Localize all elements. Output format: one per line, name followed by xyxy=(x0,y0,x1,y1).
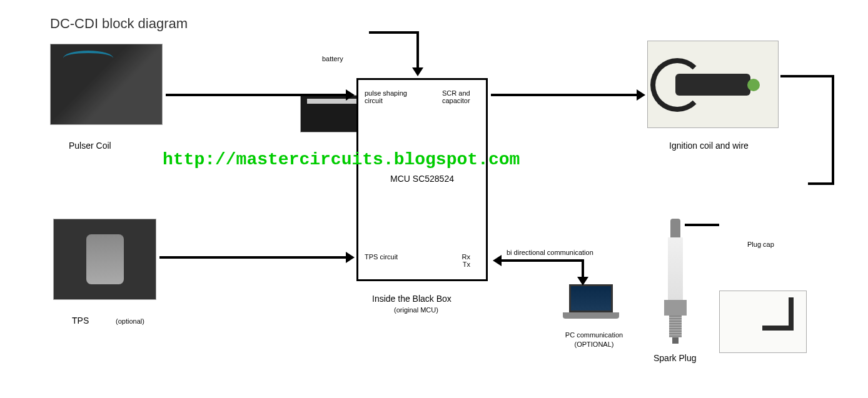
arrow-box-to-coil xyxy=(491,94,638,96)
line-coil-right xyxy=(780,75,834,77)
plug-cap-label: Plug cap xyxy=(747,241,774,248)
line-battery-h xyxy=(369,31,419,34)
arrow-tps-to-box xyxy=(159,256,347,259)
scr-label: SCR and capacitor xyxy=(442,89,480,104)
black-box: pulse shaping circuit SCR and capacitor … xyxy=(356,78,488,281)
ignition-coil-label: Ignition coil and wire xyxy=(669,141,749,151)
black-box-subtitle: (original MCU) xyxy=(394,306,438,314)
spark-plug-label: Spark Plug xyxy=(654,353,696,363)
pulser-coil-label: Pulser Coil xyxy=(69,141,111,151)
line-coil-to-cap xyxy=(808,182,834,185)
arrow-bidir-left xyxy=(500,259,582,262)
arrow-pulser-to-box xyxy=(166,94,347,96)
mcu-label: MCU SC528524 xyxy=(358,174,486,184)
line-cap-to-plug xyxy=(685,224,719,226)
line-coil-down xyxy=(832,75,834,184)
battery-label: battery xyxy=(322,55,343,62)
pulser-coil-image xyxy=(50,44,163,125)
watermark-url: http://mastercircuits.blogspot.com xyxy=(163,150,520,169)
rx-label: Rx xyxy=(462,253,470,261)
plug-cap-image xyxy=(719,291,807,353)
spark-plug-image xyxy=(663,219,688,344)
pc-comm-label: PC communication xyxy=(560,331,628,339)
tps-image xyxy=(53,219,156,300)
laptop-image xyxy=(563,284,619,319)
tx-label: Tx xyxy=(463,261,470,268)
tps-optional-label: (optional) xyxy=(116,317,144,325)
black-box-title: Inside the Black Box xyxy=(372,294,452,304)
tps-label: TPS xyxy=(72,316,89,326)
arrow-bidir-down xyxy=(582,259,584,278)
diagram-title: DC-CDI block diagram xyxy=(50,16,188,32)
bidir-label: bi directional communication xyxy=(507,249,593,256)
tps-circuit-label: TPS circuit xyxy=(365,253,398,261)
pulse-shaping-label: pulse shaping circuit xyxy=(365,89,415,104)
arrow-battery-to-box xyxy=(416,31,419,69)
ignition-coil-image xyxy=(647,41,779,128)
pc-optional-label: (OPTIONAL) xyxy=(560,341,628,348)
